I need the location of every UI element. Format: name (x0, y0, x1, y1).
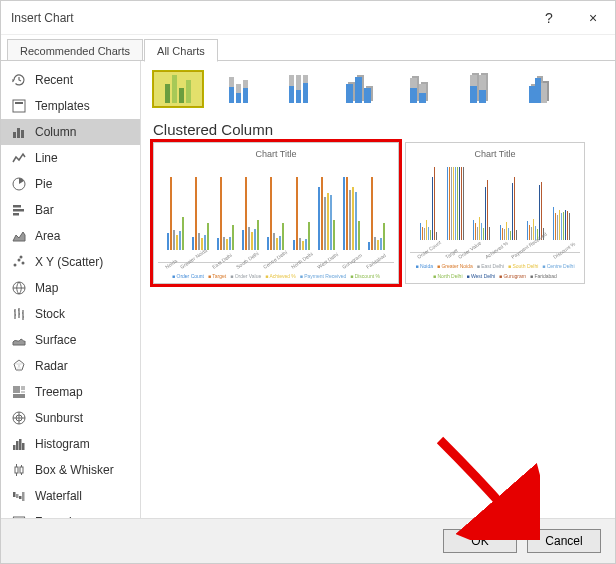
tab-recommended-charts[interactable]: Recommended Charts (7, 39, 143, 61)
sidebar-item-column[interactable]: Column (1, 119, 140, 145)
tab-all-charts[interactable]: All Charts (144, 39, 218, 62)
svg-rect-20 (13, 445, 16, 450)
boxwhisker-icon (11, 462, 27, 478)
svg-rect-1 (15, 102, 23, 104)
svg-rect-4 (21, 130, 24, 138)
sidebar-item-label: Bar (35, 203, 54, 217)
dialog-title: Insert Chart (11, 11, 527, 25)
column-icon (11, 124, 27, 140)
svg-point-9 (14, 264, 17, 267)
svg-rect-17 (13, 394, 25, 398)
sidebar-item-templates[interactable]: Templates (1, 93, 140, 119)
sidebar-item-label: Templates (35, 99, 90, 113)
waterfall-icon (11, 488, 27, 504)
sidebar-item-histogram[interactable]: Histogram (1, 431, 140, 457)
sidebar-item-label: Waterfall (35, 489, 82, 503)
svg-rect-23 (22, 443, 25, 450)
svg-rect-7 (13, 209, 24, 212)
ok-button[interactable]: OK (443, 529, 517, 553)
chart-preview-2[interactable]: Chart Title Order CountTargetOrder Value… (405, 142, 585, 284)
bar-icon (11, 202, 27, 218)
sidebar-item-radar[interactable]: Radar (1, 353, 140, 379)
svg-rect-21 (16, 441, 19, 450)
cancel-button[interactable]: Cancel (527, 529, 601, 553)
sidebar-item-stock[interactable]: Stock (1, 301, 140, 327)
histogram-icon (11, 436, 27, 452)
subtype-3d-clustered-column[interactable] (333, 71, 383, 107)
sidebar-item-funnel[interactable]: Funnel (1, 509, 140, 518)
chart-type-heading: Clustered Column (153, 121, 603, 138)
templates-icon (11, 98, 27, 114)
sidebar-item-label: Histogram (35, 437, 90, 451)
subtype-clustered-column[interactable] (153, 71, 203, 107)
svg-rect-8 (13, 213, 19, 216)
map-icon (11, 280, 27, 296)
sidebar-item-area[interactable]: Area (1, 223, 140, 249)
sidebar-item-x-y-scatter-[interactable]: X Y (Scatter) (1, 249, 140, 275)
stock-icon (11, 306, 27, 322)
chart-subtype-row (153, 71, 603, 107)
svg-rect-2 (13, 132, 16, 138)
subtype-3d-column[interactable] (513, 71, 563, 107)
chart-preview-1-title: Chart Title (158, 149, 394, 159)
svg-point-11 (22, 262, 25, 265)
chart-preview-1[interactable]: Chart Title NoidaGreater NoidaEast Delhi… (153, 142, 399, 284)
svg-rect-0 (13, 100, 25, 112)
chart-preview-2-title: Chart Title (410, 149, 580, 159)
subtype-3d-100-stacked-column[interactable] (453, 71, 503, 107)
sidebar-item-label: Surface (35, 333, 76, 347)
sidebar-item-line[interactable]: Line (1, 145, 140, 171)
sidebar-item-label: Stock (35, 307, 65, 321)
chart-main-area: Clustered Column Chart Title NoidaGreate… (141, 61, 615, 518)
sidebar-item-label: Sunburst (35, 411, 83, 425)
treemap-icon (11, 384, 27, 400)
close-button[interactable]: × (571, 1, 615, 35)
svg-rect-26 (13, 492, 16, 497)
sidebar-item-waterfall[interactable]: Waterfall (1, 483, 140, 509)
sidebar-item-label: Treemap (35, 385, 83, 399)
insert-chart-dialog: Insert Chart ? × Recommended Charts All … (0, 0, 616, 564)
scatter-icon (11, 254, 27, 270)
sidebar-item-label: Radar (35, 359, 68, 373)
sidebar-item-box-whisker[interactable]: Box & Whisker (1, 457, 140, 483)
sidebar-item-bar[interactable]: Bar (1, 197, 140, 223)
sidebar-item-label: Pie (35, 177, 52, 191)
help-button[interactable]: ? (527, 1, 571, 35)
area-icon (11, 228, 27, 244)
dialog-footer: OK Cancel (1, 518, 615, 563)
sidebar-item-surface[interactable]: Surface (1, 327, 140, 353)
sidebar-item-pie[interactable]: Pie (1, 171, 140, 197)
svg-rect-29 (22, 492, 25, 501)
sidebar-item-label: Box & Whisker (35, 463, 114, 477)
surface-icon (11, 332, 27, 348)
tab-row: Recommended Charts All Charts (1, 35, 615, 61)
svg-rect-3 (17, 128, 20, 138)
subtype-stacked-column[interactable] (213, 71, 263, 107)
sidebar-item-recent[interactable]: Recent (1, 67, 140, 93)
sidebar-item-label: Column (35, 125, 76, 139)
svg-point-12 (20, 256, 23, 259)
sidebar-item-label: Line (35, 151, 58, 165)
subtype-3d-stacked-column[interactable] (393, 71, 443, 107)
sunburst-icon (11, 410, 27, 426)
recent-icon (11, 72, 27, 88)
sidebar-item-label: Recent (35, 73, 73, 87)
radar-icon (11, 358, 27, 374)
svg-rect-22 (19, 439, 22, 450)
sidebar-item-treemap[interactable]: Treemap (1, 379, 140, 405)
line-icon (11, 150, 27, 166)
sidebar-item-label: X Y (Scatter) (35, 255, 103, 269)
pie-icon (11, 176, 27, 192)
svg-rect-25 (20, 467, 23, 473)
titlebar: Insert Chart ? × (1, 1, 615, 35)
svg-rect-15 (21, 386, 25, 390)
chart-preview-row: Chart Title NoidaGreater NoidaEast Delhi… (153, 142, 603, 284)
dialog-body: RecentTemplatesColumnLinePieBarAreaX Y (… (1, 61, 615, 518)
chart-category-sidebar: RecentTemplatesColumnLinePieBarAreaX Y (… (1, 61, 141, 518)
sidebar-item-sunburst[interactable]: Sunburst (1, 405, 140, 431)
subtype-100-stacked-column[interactable] (273, 71, 323, 107)
sidebar-item-label: Area (35, 229, 60, 243)
svg-rect-27 (16, 494, 19, 498)
svg-rect-16 (21, 391, 25, 393)
sidebar-item-map[interactable]: Map (1, 275, 140, 301)
